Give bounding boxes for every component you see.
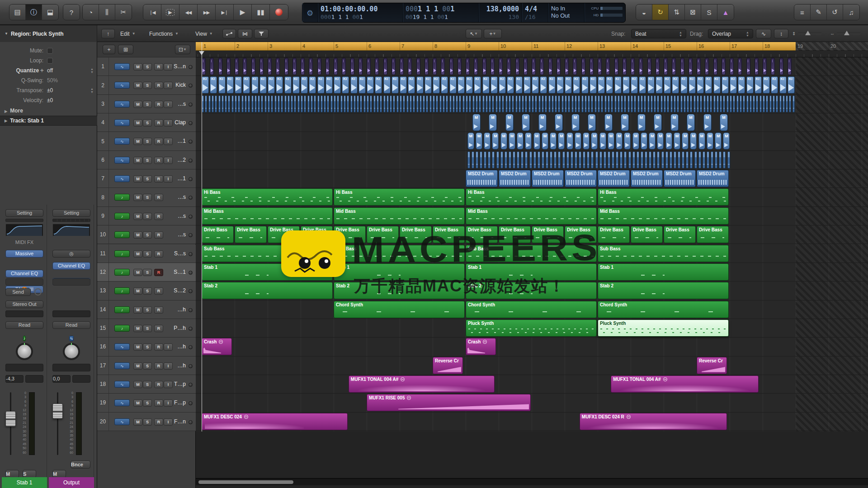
region-clip[interactable] — [573, 58, 577, 75]
region-clip[interactable] — [793, 95, 795, 113]
track-name[interactable]: …h — [154, 343, 186, 350]
track-name[interactable]: …h — [154, 362, 186, 369]
region-clip-crash[interactable]: Crash — [202, 338, 232, 355]
region-clip[interactable] — [763, 58, 767, 75]
region-clip[interactable] — [542, 151, 544, 169]
region-clip[interactable] — [608, 95, 610, 113]
region-clip[interactable] — [621, 95, 623, 113]
track-header-8[interactable]: 8♪MSR…s — [97, 188, 196, 206]
region-clip[interactable] — [578, 95, 580, 113]
region-clip-stab-2[interactable]: Stab 2 — [598, 282, 729, 299]
region-clip-ki[interactable]: Ki — [416, 76, 424, 94]
track-header-9[interactable]: 9♪MSR…s — [97, 207, 196, 225]
pause-button[interactable]: ▮▮ — [252, 5, 270, 20]
lane-track-18[interactable]: MUFX1 TONAL 004 A#MUFX1 TONAL 004 A# — [196, 375, 868, 394]
region-clip-mid-bass[interactable]: Mid Bass — [334, 207, 465, 225]
region-clip-m[interactable]: M — [476, 132, 482, 150]
region-clip-m[interactable]: M — [698, 132, 705, 150]
region-clip-hi-bass[interactable]: Hi Bass — [598, 188, 729, 206]
region-clip[interactable] — [354, 95, 356, 113]
insert-slot[interactable]: Channel EQ — [52, 262, 90, 270]
region-clip[interactable] — [492, 95, 494, 113]
region-clip-ki[interactable]: Ki — [639, 76, 646, 94]
region-clip[interactable] — [545, 95, 547, 113]
region-clip-m[interactable]: M — [687, 114, 695, 131]
region-clip[interactable] — [746, 58, 750, 75]
region-clip[interactable] — [466, 95, 468, 113]
peak-value[interactable] — [72, 375, 90, 383]
mute-button[interactable]: M — [133, 101, 142, 108]
volume-value[interactable]: 0,0 — [52, 375, 71, 383]
region-clip[interactable] — [660, 95, 663, 113]
solo-button[interactable]: S — [143, 82, 152, 89]
region-clip[interactable] — [292, 58, 297, 75]
menu-edit[interactable]: Edit▼ — [120, 29, 136, 38]
region-clip[interactable] — [288, 95, 290, 113]
region-clip-ki[interactable]: Ki — [590, 76, 597, 94]
region-clip[interactable] — [423, 95, 425, 113]
lane-track-9[interactable]: Mid BassMid BassMid BassMid Bass — [196, 207, 868, 225]
region-clip-m[interactable]: M — [505, 114, 514, 131]
region-clip[interactable] — [482, 95, 485, 113]
region-clip-ki[interactable]: Ki — [334, 76, 341, 94]
region-clip[interactable] — [301, 95, 303, 113]
region-clip[interactable] — [326, 58, 330, 75]
region-clip[interactable] — [585, 95, 587, 113]
region-clip-ki[interactable]: Ki — [433, 76, 440, 94]
region-clip[interactable] — [342, 58, 346, 75]
region-clip[interactable] — [235, 58, 239, 75]
region-clip[interactable] — [760, 95, 762, 113]
vertical-zoom-slider[interactable]: ⇕ — [792, 31, 821, 36]
region-clip[interactable] — [474, 58, 478, 75]
region-clip[interactable] — [664, 95, 666, 113]
lane-track-1[interactable] — [196, 57, 868, 76]
region-clip[interactable] — [591, 95, 593, 113]
region-clip[interactable] — [517, 151, 519, 169]
region-clip[interactable] — [321, 95, 323, 113]
region-clip[interactable] — [657, 95, 659, 113]
hide-tracks-button[interactable]: ↑ — [101, 29, 115, 38]
region-clip[interactable] — [665, 151, 668, 169]
autopunch-button[interactable]: ⇅ — [669, 5, 685, 20]
region-clip[interactable] — [278, 95, 280, 113]
region-clip[interactable] — [661, 151, 664, 169]
region-clip-m[interactable]: M — [525, 132, 532, 150]
region-clip[interactable] — [653, 151, 656, 169]
region-clip[interactable] — [698, 151, 701, 169]
region-clip-ki[interactable]: Ki — [301, 76, 308, 94]
region-clip[interactable] — [205, 95, 207, 113]
region-clip-drive-bass[interactable]: Drive Bass — [598, 226, 630, 243]
lcd-time-display[interactable]: 01:00:00:00.00 0001 1 1 001 — [318, 3, 403, 22]
region-clip[interactable] — [693, 95, 696, 113]
region-clip[interactable] — [555, 95, 557, 113]
region-clip[interactable] — [738, 58, 742, 75]
auto-track-zoom-button[interactable]: ↕ — [774, 29, 788, 38]
region-clip[interactable] — [529, 151, 532, 169]
region-clip-mufx1-tonal-004-a-[interactable]: MUFX1 TONAL 004 A# — [611, 375, 759, 393]
region-clip-m[interactable]: M — [654, 114, 662, 131]
region-clip-ki[interactable]: Ki — [788, 76, 795, 94]
region-clip[interactable] — [558, 95, 560, 113]
region-clip-ki[interactable]: Ki — [697, 76, 704, 94]
region-clip-m[interactable]: M — [682, 132, 689, 150]
track-name[interactable]: …s — [154, 213, 186, 219]
region-clip-m[interactable]: M — [616, 132, 623, 150]
solo-button[interactable]: S — [143, 269, 152, 276]
region-clip-drive-bass[interactable]: Drive Bass — [268, 226, 300, 243]
region-clip[interactable] — [598, 95, 600, 113]
region-clip[interactable] — [363, 95, 366, 113]
v-zoom-thumb[interactable] — [805, 31, 811, 35]
track-name[interactable]: …1 — [154, 175, 186, 182]
region-clip-m[interactable]: M — [489, 114, 497, 131]
region-clip-drive-bass[interactable]: Drive Bass — [301, 226, 333, 243]
mute-button[interactable]: M — [133, 82, 142, 89]
snap-dropdown[interactable]: Beat ▲▼ — [631, 29, 686, 38]
go-to-beginning-button[interactable]: ❘◀ — [143, 5, 161, 20]
region-clip-ki[interactable]: Ki — [755, 76, 762, 94]
region-clip-m[interactable]: M — [550, 132, 557, 150]
region-clip[interactable] — [591, 151, 594, 169]
region-clip[interactable] — [743, 95, 745, 113]
region-clip[interactable] — [235, 95, 237, 113]
region-clip[interactable] — [753, 95, 755, 113]
region-clip-drive-bass[interactable]: Drive Bass — [664, 226, 696, 243]
